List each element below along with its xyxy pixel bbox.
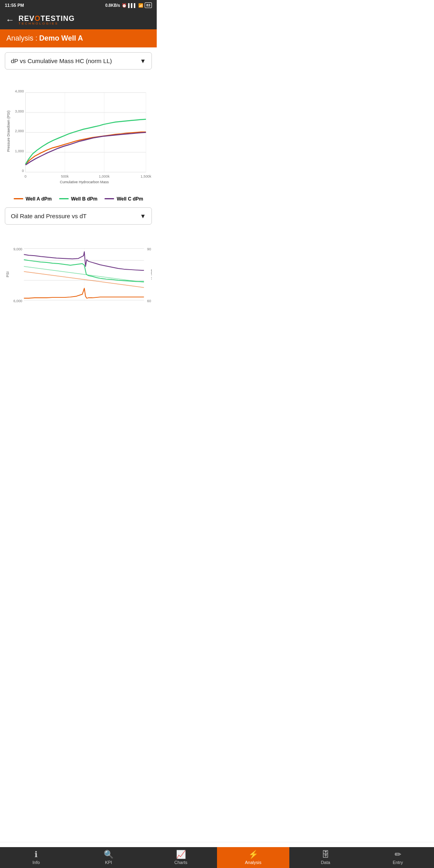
logo-text-main: REVOTESTING <box>18 14 75 23</box>
status-icons: 0.8KB/s ⏰ ▌▌▌ 📶 83 <box>105 2 152 8</box>
svg-text:1,000: 1,000 <box>15 149 24 153</box>
well-name: Demo Well A <box>39 34 83 42</box>
network-speed: 0.8KB/s <box>105 3 120 8</box>
logo-accent: O <box>35 14 41 23</box>
well-b-line <box>25 119 146 164</box>
legend-label-well-b: Well B dPm <box>71 196 98 202</box>
legend-line-well-c <box>104 198 114 199</box>
svg-text:1,500k: 1,500k <box>141 174 151 178</box>
status-bar: 11:55 PM 0.8KB/s ⏰ ▌▌▌ 📶 83 <box>0 0 157 10</box>
svg-text:9,000: 9,000 <box>13 247 22 251</box>
chart2-orange-trend <box>24 272 144 288</box>
well-c-line <box>25 132 146 165</box>
chart2-purple-line <box>24 252 144 270</box>
svg-text:Pressure Drawdown (PSI): Pressure Drawdown (PSI) <box>6 111 10 152</box>
chart2-container: PSI 6,000 9,000 60 90 BOPH <box>5 229 152 318</box>
svg-text:0: 0 <box>25 174 27 178</box>
legend-line-well-b <box>59 198 69 199</box>
svg-text:4,000: 4,000 <box>15 89 24 93</box>
svg-text:500k: 500k <box>61 174 69 178</box>
svg-text:6,000: 6,000 <box>13 299 22 303</box>
chart2-orange-line <box>24 288 144 298</box>
legend-item-well-c: Well C dPm <box>104 196 143 202</box>
chart2-dropdown-arrow: ▼ <box>140 213 146 219</box>
analysis-prefix: Analysis : <box>6 34 37 42</box>
legend-label-well-c: Well C dPm <box>117 196 143 202</box>
clock-icon: ⏰ <box>122 3 127 8</box>
chart2-selector-label: Oil Rate and Pressure vs dT <box>11 213 86 219</box>
legend-item-well-a: Well A dPm <box>14 196 52 202</box>
svg-text:Cumulative Hydrocarbon Mass: Cumulative Hydrocarbon Mass <box>60 180 109 184</box>
back-button[interactable]: ← <box>6 15 14 25</box>
battery-icon: 83 <box>145 2 152 8</box>
svg-text:3,000: 3,000 <box>15 109 24 113</box>
logo: REVOTESTING TECHNOLOGIES <box>18 14 75 25</box>
chart2-green-line <box>24 260 144 281</box>
svg-text:60: 60 <box>147 299 151 303</box>
svg-text:1,000k: 1,000k <box>99 174 110 178</box>
legend-line-well-a <box>14 198 23 199</box>
well-a-line <box>25 132 146 164</box>
chart1-legend: Well A dPm Well B dPm Well C dPm <box>5 192 152 207</box>
chart1-selector[interactable]: dP vs Cumulative Mass HC (norm LL) ▼ <box>5 52 152 70</box>
signal-icon: ▌▌▌ <box>128 3 137 8</box>
svg-text:BOPH: BOPH <box>150 269 152 279</box>
svg-text:90: 90 <box>147 247 151 251</box>
app-header: ← REVOTESTING TECHNOLOGIES <box>0 10 157 29</box>
chart2-svg: PSI 6,000 9,000 60 90 BOPH <box>5 229 152 316</box>
main-content: dP vs Cumulative Mass HC (norm LL) ▼ Pre… <box>0 47 157 372</box>
svg-text:2,000: 2,000 <box>15 129 24 133</box>
wifi-icon: 📶 <box>138 3 143 8</box>
chart2-green-trend <box>24 266 144 283</box>
status-time: 11:55 PM <box>5 3 24 8</box>
chart1-container: Pressure Drawdown (PSI) 0 1,000 2,000 3,… <box>5 74 152 186</box>
legend-item-well-b: Well B dPm <box>59 196 98 202</box>
legend-label-well-a: Well A dPm <box>26 196 52 202</box>
chart1-dropdown-arrow: ▼ <box>140 57 146 64</box>
chart1-selector-label: dP vs Cumulative Mass HC (norm LL) <box>11 57 112 64</box>
analysis-title-bar: Analysis : Demo Well A <box>0 29 157 47</box>
chart2-selector[interactable]: Oil Rate and Pressure vs dT ▼ <box>5 207 152 225</box>
svg-text:0: 0 <box>22 169 24 173</box>
chart1-svg: Pressure Drawdown (PSI) 0 1,000 2,000 3,… <box>5 74 152 185</box>
svg-text:PSI: PSI <box>6 272 10 277</box>
